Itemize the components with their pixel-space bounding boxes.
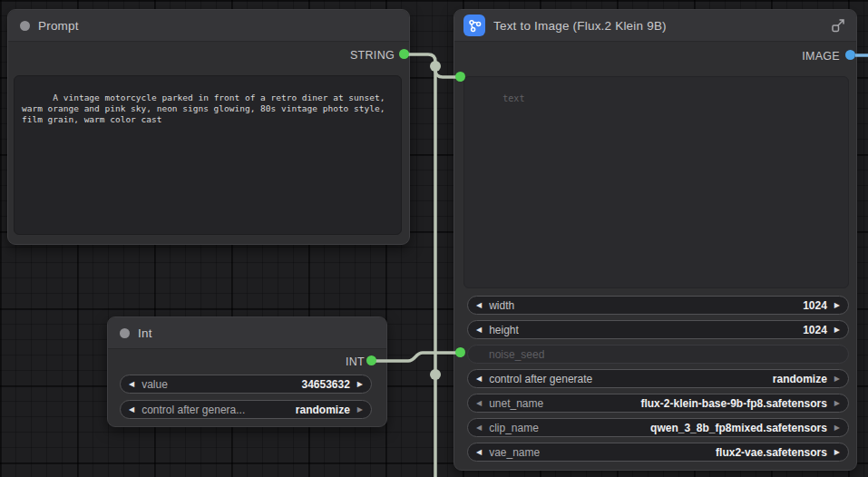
node-text-to-image[interactable]: Text to Image (Flux.2 Klein 9B) IMAGE te… <box>454 9 857 471</box>
decrement-arrow-icon[interactable]: ◀ <box>129 381 134 388</box>
next-option-arrow-icon[interactable]: ▶ <box>357 406 363 414</box>
widget-width[interactable]: ◀ width 1024 ▶ <box>467 296 849 315</box>
port-noise-seed-input[interactable] <box>455 347 465 357</box>
widget-control-after-generate[interactable]: ◀ control after generate randomize ▶ <box>467 369 849 388</box>
increment-arrow-icon[interactable]: ▶ <box>357 381 363 388</box>
port-int-output[interactable] <box>366 355 376 365</box>
prev-option-arrow-icon[interactable]: ◀ <box>476 400 482 407</box>
widget-value[interactable]: ◀ value 34653632 ▶ <box>120 375 372 394</box>
widget-noise-seed: noise_seed <box>467 345 849 364</box>
node-prompt-header[interactable]: Prompt <box>8 10 409 42</box>
node-title: Prompt <box>38 19 79 33</box>
widget-label: unet_name <box>489 397 543 410</box>
widget-clip-name[interactable]: ◀ clip_name qwen_3_8b_fp8mixed.safetenso… <box>467 418 849 437</box>
decrement-arrow-icon[interactable]: ◀ <box>476 326 482 334</box>
widget-vae-name[interactable]: ◀ vae_name flux2-vae.safetensors ▶ <box>467 443 849 462</box>
prompt-text-input[interactable]: A vintage motorcycle parked in front of … <box>14 75 402 235</box>
node-title: Int <box>138 326 152 340</box>
widget-value-text: 1024 <box>803 324 827 336</box>
node-status-dot <box>20 21 30 31</box>
widget-unet-name[interactable]: ◀ unet_name flux-2-klein-base-9b-fp8.saf… <box>467 394 849 413</box>
node-text-to-image-header[interactable]: Text to Image (Flux.2 Klein 9B) <box>454 10 856 42</box>
widget-value-text: flux2-vae.safetensors <box>716 446 827 459</box>
output-slot-label: STRING <box>350 49 395 62</box>
widget-value-text: randomize <box>773 373 827 385</box>
widget-label: clip_name <box>489 422 539 434</box>
next-option-arrow-icon[interactable]: ▶ <box>834 424 840 432</box>
prev-option-arrow-icon[interactable]: ◀ <box>476 449 482 456</box>
widget-label: control after genera... <box>141 404 245 416</box>
widget-value-text: flux-2-klein-base-9b-fp8.safetensors <box>640 397 826 410</box>
next-option-arrow-icon[interactable]: ▶ <box>834 400 840 407</box>
increment-arrow-icon[interactable]: ▶ <box>834 326 840 334</box>
port-string-output[interactable] <box>399 49 409 59</box>
output-slot-int: INT <box>346 355 365 369</box>
increment-arrow-icon[interactable]: ▶ <box>834 302 840 309</box>
node-graph-canvas[interactable]: Prompt STRING A vintage motorcycle parke… <box>0 0 868 477</box>
workflow-node-icon <box>463 15 485 36</box>
widget-label: value <box>141 378 168 391</box>
node-title: Text to Image (Flux.2 Klein 9B) <box>493 19 667 33</box>
decrement-arrow-icon[interactable]: ◀ <box>476 302 482 309</box>
widget-value-text: 34653632 <box>301 378 349 391</box>
output-slot-label: INT <box>346 355 365 368</box>
wire-junction-dot[interactable] <box>430 61 441 72</box>
port-text-input[interactable] <box>455 72 465 82</box>
widget-value-text: randomize <box>296 404 350 416</box>
widget-label: vae_name <box>489 446 540 459</box>
node-prompt[interactable]: Prompt STRING A vintage motorcycle parke… <box>7 9 410 245</box>
wire-junction-dot[interactable] <box>430 369 441 380</box>
output-slot-label: IMAGE <box>802 50 840 63</box>
prompt-text-value: A vintage motorcycle parked in front of … <box>22 92 390 124</box>
text-input-placeholder: text <box>502 93 524 103</box>
widget-value-text: qwen_3_8b_fp8mixed.safetensors <box>650 422 827 434</box>
widget-value-text: 1024 <box>803 299 827 312</box>
output-slot-image: IMAGE <box>802 49 840 63</box>
widget-label: height <box>489 324 519 336</box>
next-option-arrow-icon[interactable]: ▶ <box>834 449 840 456</box>
port-image-output[interactable] <box>845 50 855 60</box>
next-option-arrow-icon[interactable]: ▶ <box>834 375 840 383</box>
output-slot-string: STRING <box>350 48 395 63</box>
widget-height[interactable]: ◀ height 1024 ▶ <box>467 320 849 339</box>
text-input-area[interactable]: text <box>463 76 849 288</box>
node-int-header[interactable]: Int <box>108 317 386 349</box>
widget-label: noise_seed <box>489 348 544 361</box>
node-int[interactable]: Int INT ◀ value 34653632 ▶ ◀ control aft… <box>107 316 387 427</box>
prev-option-arrow-icon[interactable]: ◀ <box>476 375 482 383</box>
prev-option-arrow-icon[interactable]: ◀ <box>476 424 482 432</box>
widget-label: width <box>489 299 514 312</box>
widget-control-after-generate[interactable]: ◀ control after genera... randomize ▶ <box>120 400 372 419</box>
node-status-dot <box>120 328 130 338</box>
expand-node-icon[interactable] <box>829 16 847 34</box>
widget-label: control after generate <box>489 373 592 385</box>
prev-option-arrow-icon[interactable]: ◀ <box>129 406 134 414</box>
